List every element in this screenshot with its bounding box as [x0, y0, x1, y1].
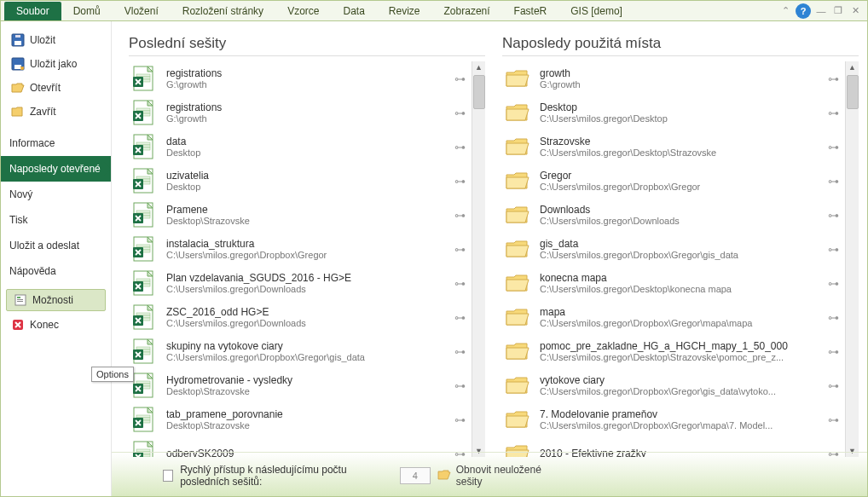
sidebar-item-informace[interactable]: Informace — [1, 130, 111, 156]
recover-link[interactable]: Obnovit neuložené sešity — [456, 464, 550, 488]
scrollbar[interactable]: ▲ ▼ — [845, 61, 859, 457]
sidebar-item-mo-nosti[interactable]: Možnosti — [6, 289, 106, 311]
recent-place-item[interactable]: pomoc_pre_zakladne_HG_a_HGCH_mapy_1_50_0… — [502, 334, 859, 368]
ribbon-tab-gis-demo-[interactable]: GIS [demo] — [558, 2, 634, 20]
pin-icon[interactable]: ⊶ — [454, 448, 468, 458]
sidebar-item-konec[interactable]: Konec — [1, 315, 111, 335]
recent-file-item[interactable]: skupiny na vytokove ciaryC:\Users\milos.… — [129, 334, 485, 368]
pin-icon[interactable]: ⊶ — [454, 175, 468, 188]
sidebar-item-zav-t[interactable]: Zavřít — [1, 100, 111, 124]
scroll-up-icon[interactable]: ▲ — [848, 61, 856, 73]
pin-icon[interactable]: ⊶ — [454, 141, 468, 153]
folder-icon — [504, 269, 531, 297]
ribbon-tab-revize[interactable]: Revize — [377, 2, 432, 20]
recent-place-item[interactable]: gis_dataC:\Users\milos.gregor\Dropbox\Gr… — [502, 232, 859, 266]
recent-file-item[interactable]: Hydrometrovanie - vysledkyDesktop\Strazo… — [129, 368, 485, 402]
recent-place-item[interactable]: GregorC:\Users\milos.gregor\Dropbox\Greg… — [502, 164, 859, 198]
recent-place-item[interactable]: konecna mapaC:\Users\milos.gregor\Deskto… — [502, 266, 859, 300]
recent-file-item[interactable]: tab_pramene_porovnanieDesktop\Strazovske… — [129, 402, 485, 436]
svg-rect-21 — [136, 142, 150, 145]
pin-icon[interactable]: ⊶ — [828, 72, 842, 85]
recent-file-item[interactable]: odbervSK2009⊶ — [129, 436, 485, 457]
pin-icon[interactable]: ⊶ — [828, 311, 842, 324]
pin-icon[interactable]: ⊶ — [454, 107, 468, 119]
svg-rect-56 — [136, 381, 150, 384]
sidebar-item-n-pov-da[interactable]: Nápověda — [1, 258, 111, 284]
sidebar-item-label: Zavřít — [30, 106, 56, 118]
pin-icon[interactable]: ⊶ — [828, 141, 842, 153]
pin-icon[interactable]: ⊶ — [828, 243, 842, 256]
ribbon-tab-rozlo-en-str-nky[interactable]: Rozložení stránky — [171, 2, 275, 20]
ribbon-tab-dom-[interactable]: Domů — [61, 2, 113, 20]
svg-rect-61 — [136, 415, 150, 418]
minimize-icon[interactable]: — — [814, 4, 828, 18]
sidebar-item-ulo-it[interactable]: Uložit — [1, 28, 111, 52]
pin-icon[interactable]: ⊶ — [828, 345, 842, 358]
restore-icon[interactable]: ❐ — [831, 4, 845, 18]
item-title: odbervSK2009 — [166, 448, 446, 457]
pin-icon[interactable]: ⊶ — [454, 311, 468, 324]
ribbon-tab-soubor[interactable]: Soubor — [4, 2, 61, 20]
scroll-thumb[interactable] — [473, 75, 485, 109]
excel-file-icon — [130, 338, 158, 365]
scroll-down-icon[interactable]: ▼ — [848, 445, 856, 457]
item-title: registrations — [166, 101, 446, 113]
pin-icon[interactable]: ⊶ — [828, 413, 842, 426]
sidebar-item-tisk[interactable]: Tisk — [1, 207, 111, 233]
recent-place-item[interactable]: StrazovskeC:\Users\milos.gregor\Desktop\… — [502, 130, 859, 164]
pin-icon[interactable]: ⊶ — [454, 72, 468, 85]
scrollbar[interactable]: ▲ ▼ — [472, 61, 485, 457]
sidebar-item-naposledy-otev-en-[interactable]: Naposledy otevřené — [1, 156, 111, 182]
ribbon-tab-vlo-en-[interactable]: Vložení — [113, 2, 171, 20]
ribbon-tab-zobrazen-[interactable]: Zobrazení — [432, 2, 502, 20]
sidebar-item-nov-[interactable]: Nový — [1, 182, 111, 207]
pin-icon[interactable]: ⊶ — [454, 243, 468, 256]
item-title: mapa — [540, 306, 819, 318]
pin-icon[interactable]: ⊶ — [454, 277, 468, 290]
pin-icon[interactable]: ⊶ — [454, 209, 468, 222]
recent-place-item[interactable]: DesktopC:\Users\milos.gregor\Desktop⊶ — [502, 95, 859, 130]
recent-place-item[interactable]: DownloadsC:\Users\milos.gregor\Downloads… — [502, 198, 859, 232]
scroll-down-icon[interactable]: ▼ — [475, 445, 483, 457]
recent-file-item[interactable]: instalacia_strukturaC:\Users\milos.grego… — [129, 232, 485, 266]
pin-icon[interactable]: ⊶ — [454, 345, 468, 358]
sidebar-item-ulo-it-jako[interactable]: Uložit jako — [1, 52, 111, 76]
sidebar-item-ulo-it-a-odeslat[interactable]: Uložit a odeslat — [1, 233, 111, 258]
svg-rect-46 — [136, 313, 150, 315]
pin-icon[interactable]: ⊶ — [828, 107, 842, 119]
scroll-thumb[interactable] — [847, 75, 859, 109]
pin-icon[interactable]: ⊶ — [828, 209, 842, 222]
recent-file-item[interactable]: Plan vzdelavania_SGUDS_2016 - HG>EC:\Use… — [129, 266, 485, 300]
pin-icon[interactable]: ⊶ — [828, 175, 842, 188]
recent-place-item[interactable]: 7. Modelovanie prameňovC:\Users\milos.gr… — [502, 402, 859, 436]
item-path: G:\growth — [166, 113, 446, 124]
pin-icon[interactable]: ⊶ — [454, 413, 468, 426]
recent-place-item[interactable]: vytokove ciaryC:\Users\milos.gregor\Drop… — [502, 368, 859, 402]
ribbon-tab-data[interactable]: Data — [331, 2, 376, 20]
ribbon-tab-vzorce[interactable]: Vzorce — [275, 2, 331, 20]
sidebar-item-otev-t[interactable]: Otevřít — [1, 76, 111, 100]
recent-file-item[interactable]: registrationsG:\growth⊶ — [129, 61, 485, 95]
pin-icon[interactable]: ⊶ — [454, 379, 468, 392]
recent-file-item[interactable]: registrationsG:\growth⊶ — [129, 95, 485, 130]
quick-access-checkbox[interactable] — [163, 470, 173, 482]
excel-file-icon — [130, 372, 158, 399]
pin-icon[interactable]: ⊶ — [828, 277, 842, 290]
recent-file-item[interactable]: PrameneDesktop\Strazovske⊶ — [129, 198, 485, 232]
ribbon-tab-faster[interactable]: FasteR — [502, 2, 559, 20]
recent-file-item[interactable]: dataDesktop⊶ — [129, 130, 485, 164]
pin-icon[interactable]: ⊶ — [828, 379, 842, 392]
pin-icon[interactable]: ⊶ — [828, 448, 842, 458]
help-icon[interactable]: ? — [796, 3, 811, 19]
ribbon-chevron-icon[interactable]: ⌃ — [778, 4, 792, 18]
scroll-up-icon[interactable]: ▲ — [475, 61, 483, 73]
svg-rect-7 — [17, 299, 23, 300]
recent-file-item[interactable]: ZSC_2016_odd HG>EC:\Users\milos.gregor\D… — [129, 300, 485, 334]
recent-place-item[interactable]: growthG:\growth⊶ — [502, 61, 859, 95]
recent-place-item[interactable]: 2010 - Efektivne zražky⊶ — [502, 436, 859, 457]
recent-file-item[interactable]: uzivateliaDesktop⊶ — [129, 164, 485, 198]
close-window-icon[interactable]: ✕ — [848, 4, 862, 18]
item-title: 7. Modelovanie prameňov — [540, 408, 819, 420]
quick-access-count[interactable]: 4 — [400, 467, 431, 484]
recent-place-item[interactable]: mapaC:\Users\milos.gregor\Dropbox\Gregor… — [502, 300, 859, 334]
